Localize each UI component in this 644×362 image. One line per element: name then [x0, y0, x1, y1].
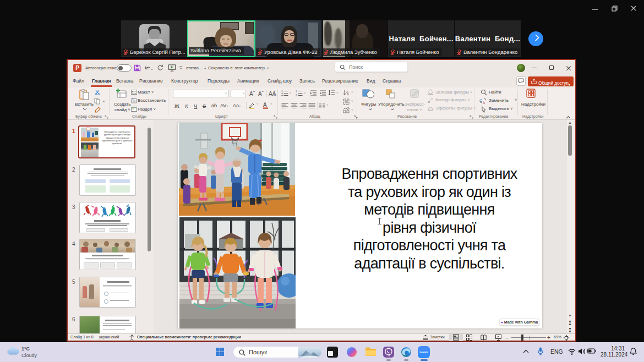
svg-text:A: A	[263, 102, 267, 108]
svg-text:1: 1	[296, 90, 297, 93]
svg-text:A: A	[346, 90, 348, 94]
svg-text:2: 2	[296, 94, 297, 96]
svg-text:b: b	[483, 101, 485, 105]
